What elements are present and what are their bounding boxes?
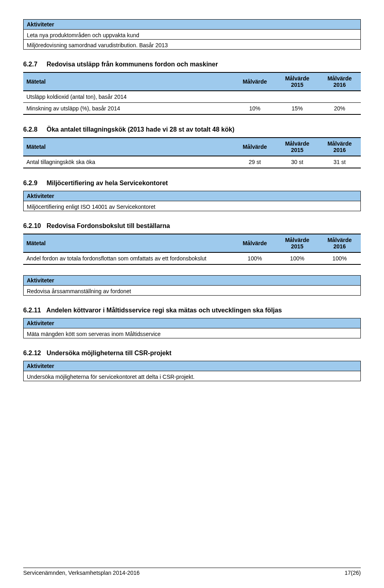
aktiviteter-header: Aktiviteter [23,19,361,30]
cell-label: Andel fordon av totala fordonsflottan so… [23,252,234,264]
section-title: Andelen köttvaror i Måltidsservice regi … [46,307,282,314]
cell-value: 29 st [234,156,276,168]
section-title: Öka antalet tillagningskök (2013 hade vi… [46,126,234,133]
activity-block-6212: Aktiviteter Undersöka möjligheterna för … [23,361,361,381]
activity-line: Miljöredovisning samordnad varudistribut… [24,40,360,49]
cell-value: 15% [276,103,318,115]
aktiviteter-header: Aktiviteter [23,191,361,201]
activity-list: Mäta mängden kött som serveras inom Målt… [23,328,361,338]
footer-right: 17(26) [345,570,361,576]
col-matetal: Mätetal [23,72,234,91]
cell-label: Antal tillagningskök ska öka [23,156,234,168]
cell-value: 10% [234,103,276,115]
section-title: Undersöka möjligheterna till CSR-projekt [46,350,171,356]
aktiviteter-header: Aktiviteter [23,318,361,328]
activity-block-intro: Aktiviteter Leta nya produktområden och … [23,19,361,50]
cell-value: 100% [234,252,276,264]
footer-left: Servicenämnden, Verksamhetsplan 2014-201… [23,570,140,576]
activity-list: Redovisa årssammanställning av fordonet [23,286,361,296]
cell-label: Minskning av utsläpp (%), basår 2014 [23,103,234,115]
cell-value [318,91,361,103]
col-malvarde-2015: Målvärde 2015 [276,72,318,91]
col-matetal: Mätetal [23,234,234,252]
page-footer: Servicenämnden, Verksamhetsplan 2014-201… [23,568,361,576]
page: Aktiviteter Leta nya produktområden och … [0,0,384,588]
col-malvarde: Målvärde [234,72,276,91]
col-malvarde-2016: Målvärde 2016 [318,138,361,156]
cell-value: 100% [318,252,361,264]
cell-value: 31 st [318,156,361,168]
section-title: Redovisa Fordonsbokslut till beställarna [46,222,170,229]
cell-value: 100% [276,252,318,264]
section-number: 6.2.10 [23,222,45,230]
section-number: 6.2.8 [23,126,45,133]
cell-value [276,91,318,103]
section-title: Miljöcertifiering av hela Servicekontore… [46,180,168,186]
table-row: Utsläpp koldioxid (antal ton), basår 201… [23,91,361,103]
activity-line: Leta nya produktområden och uppvakta kun… [24,30,360,40]
activity-list: Leta nya produktområden och uppvakta kun… [23,30,361,50]
table-row: Andel fordon av totala fordonsflottan so… [23,252,361,264]
cell-value: 20% [318,103,361,115]
col-malvarde: Målvärde [234,234,276,252]
activity-line: Mäta mängden kött som serveras inom Målt… [24,328,360,338]
activity-list: Miljöcertifiering enligt ISO 14001 av Se… [23,201,361,211]
section-number: 6.2.11 [23,307,45,314]
section-title: Redovisa utsläpp från kommunens fordon o… [46,61,218,68]
metrics-table-6210: Mätetal Målvärde Målvärde 2015 Målvärde … [23,234,361,265]
activity-line: Undersöka möjligheterna för servicekonto… [24,371,360,381]
col-malvarde-2016: Målvärde 2016 [318,234,361,252]
section-number: 6.2.7 [23,61,45,68]
activity-block-6210: Aktiviteter Redovisa årssammanställning … [23,275,361,296]
activity-block-629: Aktiviteter Miljöcertifiering enligt ISO… [23,191,361,211]
section-number: 6.2.12 [23,350,45,357]
section-heading-627: 6.2.7 Redovisa utsläpp från kommunens fo… [23,61,361,68]
section-heading-629: 6.2.9 Miljöcertifiering av hela Servicek… [23,180,361,187]
activity-list: Undersöka möjligheterna för servicekonto… [23,371,361,381]
col-matetal: Mätetal [23,138,234,156]
table-row: Antal tillagningskök ska öka 29 st 30 st… [23,156,361,168]
col-malvarde-2015: Målvärde 2015 [276,138,318,156]
cell-label: Utsläpp koldioxid (antal ton), basår 201… [23,91,234,103]
section-number: 6.2.9 [23,180,45,187]
metrics-table-628: Mätetal Målvärde Målvärde 2015 Målvärde … [23,137,361,168]
activity-block-6211: Aktiviteter Mäta mängden kött som server… [23,318,361,338]
table-row: Minskning av utsläpp (%), basår 2014 10%… [23,103,361,115]
section-heading-6211: 6.2.11 Andelen köttvaror i Måltidsservic… [23,307,361,314]
col-malvarde-2016: Målvärde 2016 [318,72,361,91]
col-malvarde: Målvärde [234,138,276,156]
cell-value [234,91,276,103]
cell-value: 30 st [276,156,318,168]
metrics-table-627: Mätetal Målvärde Målvärde 2015 Målvärde … [23,72,361,115]
aktiviteter-header: Aktiviteter [23,275,361,286]
col-malvarde-2015: Målvärde 2015 [276,234,318,252]
aktiviteter-header: Aktiviteter [23,361,361,371]
activity-line: Miljöcertifiering enligt ISO 14001 av Se… [24,201,360,211]
section-heading-6212: 6.2.12 Undersöka möjligheterna till CSR-… [23,350,361,357]
section-heading-628: 6.2.8 Öka antalet tillagningskök (2013 h… [23,126,361,133]
section-heading-6210: 6.2.10 Redovisa Fordonsbokslut till best… [23,222,361,230]
activity-line: Redovisa årssammanställning av fordonet [24,286,360,295]
